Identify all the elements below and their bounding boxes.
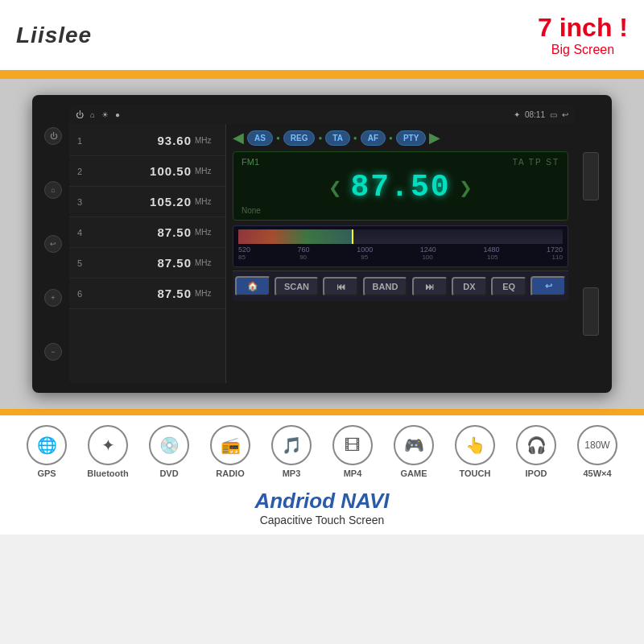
- dvd-icon: 💿: [149, 425, 189, 465]
- dot4-icon: ●: [389, 134, 393, 142]
- screen-info: 7 inch ! Big Screen: [538, 13, 628, 57]
- frequency-row: ❮ 87.50 ❯: [242, 170, 559, 204]
- ta-button[interactable]: TA: [325, 130, 350, 146]
- gps-icon: 🌐: [27, 425, 67, 465]
- home-toolbar-button[interactable]: 🏠: [235, 276, 270, 296]
- screen-label: Big Screen: [538, 43, 628, 57]
- mp3-label: MP3: [283, 469, 301, 478]
- dot-icon: ●: [115, 110, 120, 119]
- preset-freq-5: 87.50: [90, 256, 192, 270]
- power-feature-icon: 180W: [577, 425, 617, 465]
- bluetooth-label: Bluetooth: [87, 469, 128, 478]
- eq-button[interactable]: EQ: [491, 277, 526, 296]
- af-button[interactable]: AF: [361, 130, 386, 146]
- feature-power: 180W 45W×4: [567, 425, 628, 478]
- preset-num-5: 5: [77, 258, 90, 268]
- header: Liislee 7 inch ! Big Screen: [0, 0, 644, 72]
- tuner-bottom-scale: 85 90 95 100 105 110: [238, 254, 563, 261]
- left-panel: ⏻ ⌂ ↩ + −: [42, 105, 64, 383]
- orange-stripe-top: [0, 72, 644, 79]
- preset-item-5[interactable]: 5 87.50 MHz: [69, 248, 225, 279]
- power-button[interactable]: ⏻: [44, 127, 62, 145]
- tuner-fill: [238, 229, 352, 244]
- game-label: GAME: [401, 469, 427, 478]
- mp3-icon: 🎵: [271, 425, 312, 465]
- tuner-scale[interactable]: 520 760 1000 1240 1480 1720: [238, 229, 563, 254]
- brand-navi: NAVI: [335, 489, 389, 513]
- brand-logo: Liislee: [16, 23, 92, 48]
- home-button[interactable]: ⌂: [44, 181, 62, 199]
- preset-item-3[interactable]: 3 105.20 MHz: [69, 187, 225, 217]
- brand-subtitle: Capacitive Touch Screen: [0, 514, 644, 526]
- radio-label: RADIO: [216, 469, 244, 478]
- preset-item-1[interactable]: 1 93.60 MHz: [69, 126, 225, 156]
- preset-item-4[interactable]: 4 87.50 MHz: [69, 217, 225, 248]
- as-button[interactable]: AS: [247, 130, 273, 146]
- unit-container: ⏻ ⌂ ↩ + − ⏻ ⌂ ☀ ● ✦ 08:11 ▭ ↩: [0, 79, 644, 409]
- feature-radio: 📻 RADIO: [200, 425, 261, 478]
- frequency-display: 87.50: [350, 170, 450, 204]
- car-stereo-unit: ⏻ ⌂ ↩ + − ⏻ ⌂ ☀ ● ✦ 08:11 ▭ ↩: [32, 95, 612, 393]
- preset-unit-3: MHz: [195, 197, 217, 206]
- preset-unit-4: MHz: [195, 228, 217, 237]
- vol-down-button[interactable]: −: [44, 343, 62, 361]
- status-right: ✦ 08:11 ▭ ↩: [514, 110, 568, 119]
- preset-item-6[interactable]: 6 87.50 MHz: [69, 279, 225, 309]
- power-label: 45W×4: [583, 469, 611, 478]
- preset-freq-2: 100.50: [90, 164, 192, 178]
- freq-prev-button[interactable]: ❮: [328, 178, 342, 197]
- feature-game: 🎮 GAME: [383, 425, 444, 478]
- mp4-icon: 🎞: [332, 425, 373, 465]
- radio-content: 1 93.60 MHz 2 100.50 MHz 3 105.20 MHz: [69, 124, 575, 383]
- mp4-label: MP4: [344, 469, 362, 478]
- band-button[interactable]: BAND: [363, 277, 408, 296]
- dot1-icon: ●: [276, 134, 280, 142]
- fm-display: FM1 TA TP ST ❮ 87.50 ❯ None: [233, 151, 568, 221]
- ipod-icon: 🎧: [516, 425, 556, 465]
- back-button[interactable]: ↩: [44, 235, 62, 253]
- right-panel: [580, 105, 602, 383]
- tuner-top-scale: 520 760 1000 1240 1480 1720: [238, 246, 563, 254]
- feature-bluetooth: ✦ Bluetooth: [77, 425, 138, 478]
- ta-tp-st-label: TA TP ST: [513, 158, 559, 167]
- preset-num-4: 4: [77, 228, 90, 237]
- card-slot-1: [583, 152, 599, 200]
- status-left: ⏻ ⌂ ☀ ●: [76, 110, 120, 119]
- home-icon: ⌂: [90, 110, 95, 119]
- preset-unit-1: MHz: [195, 136, 217, 145]
- brightness-icon: ☀: [101, 110, 109, 119]
- ipod-label: IPOD: [526, 469, 547, 478]
- gps-label: GPS: [37, 469, 56, 478]
- power-icon: ⏻: [76, 110, 84, 119]
- dx-button[interactable]: DX: [452, 277, 487, 296]
- radio-buttons-row: ◀ AS ● REG ● TA ● AF ● PTY ▶: [233, 129, 568, 147]
- fm-band-label: FM1: [242, 157, 259, 167]
- station-name: None: [242, 206, 559, 215]
- preset-unit-2: MHz: [195, 167, 217, 175]
- vol-up-button[interactable]: +: [44, 289, 62, 307]
- feature-ipod: 🎧 IPOD: [506, 425, 567, 478]
- reg-button[interactable]: REG: [283, 130, 316, 146]
- pty-button[interactable]: PTY: [396, 130, 426, 146]
- back-toolbar-button[interactable]: ↩: [530, 276, 566, 296]
- dot3-icon: ●: [353, 134, 357, 142]
- scan-button[interactable]: SCAN: [275, 277, 319, 296]
- freq-next-button[interactable]: ❯: [459, 178, 473, 197]
- preset-freq-4: 87.50: [90, 225, 192, 239]
- preset-num-3: 3: [77, 197, 90, 207]
- next-button[interactable]: ⏭: [412, 277, 448, 296]
- feature-dvd: 💿 DVD: [138, 425, 200, 478]
- preset-list: 1 93.60 MHz 2 100.50 MHz 3 105.20 MHz: [69, 124, 226, 383]
- main-screen: ⏻ ⌂ ☀ ● ✦ 08:11 ▭ ↩ 1 93.60: [69, 105, 575, 383]
- tuner-background: [238, 229, 563, 244]
- preset-unit-5: MHz: [195, 258, 217, 267]
- features-section: 🌐 GPS ✦ Bluetooth 💿 DVD 📻 RADIO 🎵 MP3 🎞 …: [0, 415, 644, 485]
- back-icon: ↩: [562, 110, 568, 119]
- preset-freq-6: 87.50: [90, 287, 192, 300]
- prev-button[interactable]: ⏮: [323, 277, 358, 296]
- brand-android: Andriod: [254, 489, 335, 513]
- preset-item-2[interactable]: 2 100.50 MHz: [69, 156, 225, 187]
- time-display: 08:11: [525, 110, 545, 119]
- footer: Andriod NAVI Capacitive Touch Screen: [0, 485, 644, 535]
- preset-num-6: 6: [77, 289, 90, 299]
